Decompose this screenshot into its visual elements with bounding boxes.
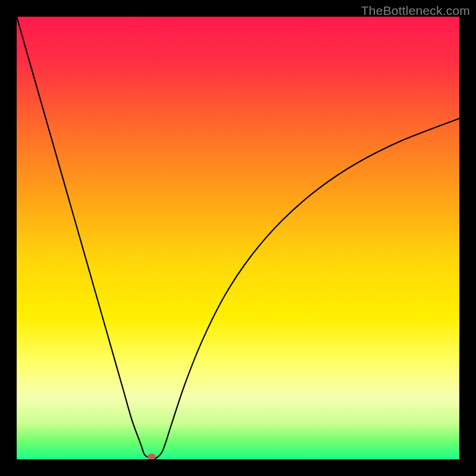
gradient-background bbox=[17, 17, 459, 459]
bottleneck-chart bbox=[17, 17, 459, 459]
plot-area bbox=[17, 17, 459, 459]
chart-frame: TheBottleneck.com bbox=[0, 0, 476, 476]
watermark-text: TheBottleneck.com bbox=[361, 4, 470, 18]
